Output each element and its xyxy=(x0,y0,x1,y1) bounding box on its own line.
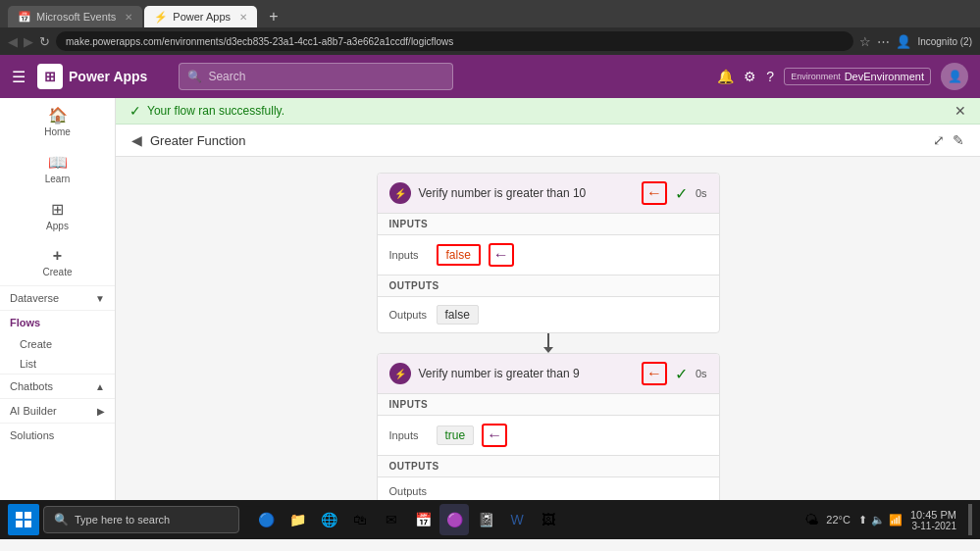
flow-card-1-output-row: Outputs false xyxy=(389,305,707,325)
taskbar-date: 3-11-2021 xyxy=(911,521,956,531)
header-search[interactable]: 🔍 Search xyxy=(179,63,453,90)
user-icon[interactable]: 👤 xyxy=(896,34,911,49)
flow-card-1-outputs-label: OUTPUTS xyxy=(378,276,719,297)
nav-back[interactable]: ◀ xyxy=(8,34,18,49)
edit-icon[interactable]: ✎ xyxy=(953,132,964,148)
back-button[interactable]: ◀ xyxy=(131,132,142,148)
banner-close[interactable]: ✕ xyxy=(954,103,966,119)
logo-icon: ⊞ xyxy=(37,64,63,89)
start-button[interactable] xyxy=(8,504,39,535)
weather-icon[interactable]: 🌤 xyxy=(804,512,818,527)
sidebar-item-flows[interactable]: Flows xyxy=(0,310,115,334)
taskbar-search[interactable]: 🔍 Type here to search xyxy=(43,506,239,533)
hamburger-menu[interactable]: ☰ xyxy=(12,68,26,86)
flow-card-1-header[interactable]: ⚡ Verify number is greater than 10 ← ✓ 0… xyxy=(378,174,719,214)
taskbar-app-teams[interactable]: 🟣 xyxy=(439,504,469,535)
flow-card-1-arrow[interactable]: ← xyxy=(642,181,667,205)
browser-chrome: 📅 Microsoft Events ✕ ⚡ Power Apps ✕ + xyxy=(0,0,980,27)
flow-card-2-icon: ⚡ xyxy=(389,363,411,384)
flow-card-2-arrow[interactable]: ← xyxy=(642,362,667,385)
settings-icon[interactable]: ⚙ xyxy=(744,69,756,84)
sidebar-item-learn[interactable]: 📖 Learn xyxy=(0,145,115,192)
taskbar-app-files[interactable]: 📁 xyxy=(283,504,312,535)
taskbar-app-photos[interactable]: 🖼 xyxy=(534,504,563,535)
taskbar-app-word[interactable]: W xyxy=(502,504,532,535)
taskbar-app-mail[interactable]: ✉ xyxy=(377,504,406,535)
create-icon: + xyxy=(53,247,62,265)
nav-refresh[interactable]: ↻ xyxy=(39,34,50,49)
success-icon: ✓ xyxy=(129,103,141,119)
apps-icon: ⊞ xyxy=(51,200,64,219)
sidebar-sub-list[interactable]: List xyxy=(0,354,115,374)
environment-info[interactable]: Environment DevEnvironment xyxy=(784,68,931,85)
flow-card-1-inputs-label: INPUTS xyxy=(378,214,719,235)
nav-forward[interactable]: ▶ xyxy=(24,34,33,49)
sidebar-item-dataverse[interactable]: Dataverse ▼ xyxy=(0,285,115,310)
taskbar-app-cortana[interactable]: 🔵 xyxy=(251,504,281,535)
nav-bar: ◀ ▶ ↻ make.powerapps.com/environments/d3… xyxy=(0,27,980,55)
flow-card-2-outputs-label: OUTPUTS xyxy=(378,456,719,477)
bookmark-icon[interactable]: ☆ xyxy=(859,34,871,49)
search-icon: 🔍 xyxy=(187,70,202,83)
search-placeholder: Search xyxy=(208,70,245,83)
tab-favicon-2: ⚡ xyxy=(154,11,168,24)
taskbar-clock[interactable]: 10:45 PM 3-11-2021 xyxy=(910,509,956,531)
sidebar-item-apps[interactable]: ⊞ Apps xyxy=(0,192,115,239)
tab-close-1[interactable]: ✕ xyxy=(125,12,132,23)
sidebar-item-solutions[interactable]: Solutions xyxy=(0,423,115,447)
more-icon[interactable]: ⋯ xyxy=(877,34,890,49)
help-icon[interactable]: ? xyxy=(766,69,774,84)
flow-canvas: ⚡ Verify number is greater than 10 ← ✓ 0… xyxy=(116,157,980,500)
expand-icon[interactable]: ⤢ xyxy=(933,132,945,148)
taskbar-search-text: Type here to search xyxy=(75,514,170,526)
flow-card-1-input-row: Inputs false ← xyxy=(389,243,707,267)
flow-card-1-duration: 0s xyxy=(696,187,707,199)
tab-ms-events[interactable]: 📅 Microsoft Events ✕ xyxy=(8,6,142,27)
show-desktop[interactable] xyxy=(968,504,972,535)
notification-icon[interactable]: 🔔 xyxy=(717,69,734,84)
flow-card-2-duration: 0s xyxy=(696,368,707,379)
sidebar-item-home[interactable]: 🏠 Home xyxy=(0,98,115,145)
tab-label-1: Microsoft Events xyxy=(36,11,116,23)
tab-label-2: Power Apps xyxy=(173,11,231,23)
home-icon: 🏠 xyxy=(48,106,68,125)
flow-card-2-header[interactable]: ⚡ Verify number is greater than 9 ← ✓ 0s xyxy=(378,354,719,394)
tab-close-2[interactable]: ✕ xyxy=(239,12,247,23)
solutions-label: Solutions xyxy=(10,429,54,441)
flows-list-label: List xyxy=(20,358,36,370)
home-label: Home xyxy=(44,126,71,137)
input-arrow-2[interactable]: ← xyxy=(482,424,507,447)
sidebar-item-ai-builder[interactable]: AI Builder ▶ xyxy=(0,398,115,423)
output-value-1: false xyxy=(437,305,479,325)
app-logo: ⊞ Power Apps xyxy=(37,64,147,89)
apps-label: Apps xyxy=(46,221,69,231)
tab-power-apps[interactable]: ⚡ Power Apps ✕ xyxy=(144,6,257,27)
flow-card-2-outputs: Outputs xyxy=(378,477,719,500)
env-name: DevEnvironment xyxy=(845,71,924,82)
taskbar-pinned-apps: 🔵 📁 🌐 🛍 ✉ 📅 🟣 📓 W 🖼 xyxy=(251,504,563,535)
taskbar-app-edge[interactable]: 🌐 xyxy=(314,504,343,535)
env-label: Environment xyxy=(791,72,841,81)
sidebar-item-create[interactable]: + Create xyxy=(0,239,115,285)
flow-card-2: ⚡ Verify number is greater than 9 ← ✓ 0s… xyxy=(377,353,720,500)
sidebar-item-chatbots[interactable]: Chatbots ▲ xyxy=(0,374,115,398)
input-arrow-1[interactable]: ← xyxy=(489,243,514,267)
flow-card-1-icon: ⚡ xyxy=(389,182,411,204)
new-tab-button[interactable]: + xyxy=(263,6,284,27)
flow-card-2-check: ✓ xyxy=(675,365,688,383)
system-tray-icons: ⬆ 🔈 📶 xyxy=(858,514,903,526)
flow-card-1: ⚡ Verify number is greater than 10 ← ✓ 0… xyxy=(377,173,720,333)
taskbar-app-store[interactable]: 🛍 xyxy=(345,504,375,535)
taskbar-app-calendar[interactable]: 📅 xyxy=(408,504,438,535)
toolbar-right: ⤢ ✎ xyxy=(933,132,964,148)
chevron-down-icon: ▼ xyxy=(95,293,105,304)
taskbar: 🔍 Type here to search 🔵 📁 🌐 🛍 ✉ 📅 🟣 📓 W … xyxy=(0,500,980,539)
address-bar[interactable]: make.powerapps.com/environments/d3ecb835… xyxy=(56,31,853,51)
taskbar-app-onenote[interactable]: 📓 xyxy=(471,504,500,535)
app-body: 🏠 Home 📖 Learn ⊞ Apps + Create Dataverse… xyxy=(0,98,980,500)
dataverse-label: Dataverse xyxy=(10,292,59,304)
create-label: Create xyxy=(42,267,72,277)
output-label-1: Outputs xyxy=(389,309,429,321)
user-avatar[interactable]: 👤 xyxy=(941,63,968,90)
sidebar-sub-create[interactable]: Create xyxy=(0,334,115,354)
